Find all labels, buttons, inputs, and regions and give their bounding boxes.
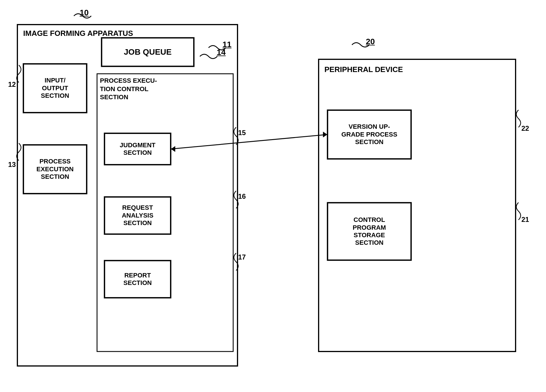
ref-16: 16 (238, 192, 246, 200)
ref-12: 12 (8, 80, 16, 89)
report-box: REPORTSECTION (104, 260, 171, 298)
ref-10: 10 (80, 8, 89, 17)
request-analysis-box: REQUESTANALYSISSECTION (104, 197, 171, 234)
process-execution-box: PROCESSEXECUTIONSECTION (23, 145, 87, 194)
ref-17: 17 (238, 253, 246, 261)
ref-21: 21 (521, 216, 529, 224)
pec-section-label: PROCESS EXECU-TION CONTROLSECTION (100, 77, 157, 102)
ref-15: 15 (238, 129, 246, 137)
judgment-box: JUDGMENTSECTION (104, 133, 171, 165)
job-queue-box: JOB QUEUE (101, 38, 194, 67)
ref-14: 14 (217, 48, 226, 57)
peripheral-label: PERIPHERAL DEVICE (324, 65, 403, 74)
control-program-box: CONTROLPROGRAMSTORAGESECTION (327, 203, 411, 260)
diagram-container: 10 11 14 20 12 13 15 16 17 22 21 IMAGE F… (0, 0, 546, 392)
input-output-box: INPUT/OUTPUTSECTION (23, 64, 87, 113)
version-upgrade-box: VERSION UP-GRADE PROCESSSECTION (327, 110, 411, 159)
diagram-svg (0, 0, 546, 392)
ref-20: 20 (366, 37, 375, 46)
ref-22: 22 (521, 124, 529, 132)
apparatus-label: IMAGE FORMING APPARATUS (23, 29, 133, 38)
ref-13: 13 (8, 161, 16, 169)
